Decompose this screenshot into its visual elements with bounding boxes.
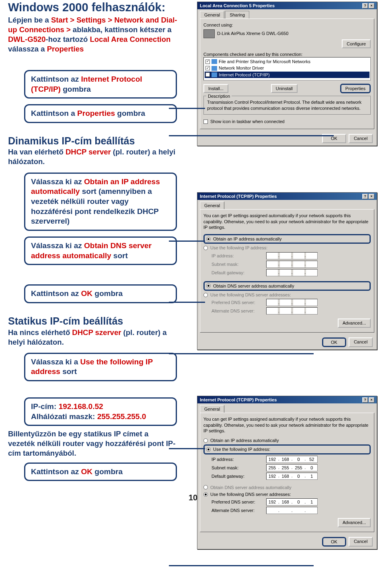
- description-legend: Description: [206, 93, 232, 99]
- install-button[interactable]: Install...: [203, 84, 228, 93]
- show-icon-checkbox[interactable]: [203, 119, 208, 124]
- c2-pre: Kattintson a: [31, 109, 77, 117]
- connector-line: [169, 565, 314, 566]
- ip-octet[interactable]: [293, 507, 304, 514]
- ip-octet[interactable]: [280, 465, 291, 471]
- ip-octet[interactable]: [280, 456, 291, 463]
- windows2000-heading: Windows 2000 felhasználók:: [8, 0, 185, 15]
- uninstall-button[interactable]: Uninstall: [271, 84, 298, 93]
- alt-dns-label: Alternate DNS server:: [211, 508, 264, 513]
- callout-ip-values: IP-cím: 192.168.0.52 Alhálózati maszk: 2…: [24, 397, 177, 426]
- dlg3-title: Internet Protocol (TCP/IP) Properties: [200, 397, 277, 403]
- help-icon[interactable]: ?: [362, 3, 368, 8]
- ip-octet[interactable]: [267, 473, 278, 479]
- ip-octet[interactable]: [306, 465, 317, 471]
- intro-post2: -hoz tartozó: [46, 35, 90, 43]
- ip-octet[interactable]: [267, 465, 278, 471]
- cancel-button[interactable]: Cancel: [349, 337, 373, 347]
- gateway-field[interactable]: . . .: [266, 473, 318, 480]
- subnet-field[interactable]: . . .: [266, 464, 318, 471]
- ip-octet[interactable]: [280, 507, 291, 514]
- ip-octet[interactable]: [293, 456, 304, 463]
- ip-octet[interactable]: [293, 473, 304, 479]
- c8-red: OK: [81, 467, 93, 476]
- c5-red: OK: [81, 289, 93, 298]
- close-icon[interactable]: ×: [369, 397, 374, 403]
- radio-auto-dns[interactable]: [206, 284, 211, 288]
- ip-octet[interactable]: [280, 473, 291, 479]
- close-icon[interactable]: ×: [369, 194, 374, 199]
- c7a: IP-cím:: [31, 402, 59, 411]
- advanced-button[interactable]: Advanced...: [338, 518, 371, 527]
- c3-pre: Válassza ki az: [31, 177, 84, 186]
- component-icon: [211, 66, 217, 71]
- pref-dns-label: Preferred DNS server:: [211, 499, 264, 505]
- ip-octet[interactable]: [293, 465, 304, 471]
- ip-octet[interactable]: [306, 456, 317, 463]
- dlg1-titlebar: Local Area Connection 5 Properties ? ×: [197, 2, 377, 9]
- tab-sharing[interactable]: Sharing: [225, 11, 249, 19]
- comp1: File and Printer Sharing for Microsoft N…: [219, 59, 310, 64]
- static-note: Billentyűzzön be egy statikus IP címet a…: [8, 429, 177, 458]
- ip-octet[interactable]: [306, 507, 317, 514]
- adapter-icon: [203, 29, 215, 38]
- radio-use-dns[interactable]: [203, 293, 208, 297]
- tab-general[interactable]: General: [200, 11, 224, 19]
- dlg-lac-properties: Local Area Connection 5 Properties ? × G…: [197, 2, 377, 146]
- ip-octet[interactable]: [267, 499, 278, 505]
- radio-auto-dns[interactable]: [203, 485, 208, 489]
- ip-octet[interactable]: [280, 499, 291, 505]
- help-icon[interactable]: ?: [362, 194, 368, 199]
- help-icon[interactable]: ?: [362, 397, 368, 403]
- dlg-tcpip-static: Internet Protocol (TCP/IP) Properties ? …: [197, 396, 377, 549]
- pref-dns-field[interactable]: . . .: [266, 498, 318, 506]
- cancel-button[interactable]: Cancel: [349, 537, 373, 547]
- cancel-button[interactable]: Cancel: [349, 134, 373, 143]
- checkbox-icon[interactable]: [205, 60, 210, 64]
- connector-line: [169, 108, 205, 109]
- c2-red: Properties: [77, 109, 115, 117]
- component-icon: [211, 72, 217, 77]
- radio-use-dns[interactable]: [203, 492, 208, 497]
- checkbox-icon[interactable]: [205, 66, 210, 70]
- ip-octet[interactable]: [306, 499, 317, 505]
- tab-general[interactable]: General: [200, 201, 224, 209]
- callout-properties: Kattintson a Properties gombra: [24, 104, 177, 123]
- opt-auto-ip: Obtain an IP address automatically: [213, 236, 281, 242]
- intro-post3: válassza a: [8, 45, 47, 53]
- checkbox-icon[interactable]: [205, 72, 210, 77]
- c7a-red: 192.168.0.52: [59, 402, 103, 411]
- comp3: Internet Protocol (TCP/IP): [219, 72, 270, 78]
- connector-line: [169, 241, 205, 242]
- ip-octet[interactable]: [267, 456, 278, 463]
- close-icon[interactable]: ×: [369, 3, 374, 8]
- advanced-button[interactable]: Advanced...: [338, 319, 371, 327]
- c1-post: gombra: [61, 85, 91, 93]
- intro-red4: Properties: [47, 45, 84, 53]
- callout-obtain-ip-auto: Válassza ki az Obtain an IP address auto…: [24, 173, 177, 231]
- opt-auto-dns: Obtain DNS server address automatically: [213, 283, 294, 289]
- ip-octet[interactable]: [293, 499, 304, 505]
- radio-use-ip[interactable]: [203, 246, 208, 250]
- c2-post: gombra: [115, 109, 145, 117]
- alt-dns-field[interactable]: . . .: [266, 507, 318, 514]
- components-label: Components checked are used by this conn…: [203, 51, 371, 57]
- configure-button[interactable]: Configure: [342, 39, 371, 48]
- components-list[interactable]: File and Printer Sharing for Microsoft N…: [203, 57, 371, 80]
- intro-red3: Local Area Connection: [90, 35, 171, 43]
- ip-octet[interactable]: [306, 473, 317, 479]
- opt-auto-ip: Obtain an IP address automatically: [210, 438, 279, 443]
- radio-use-ip[interactable]: [206, 447, 211, 452]
- ok-button[interactable]: OK: [322, 337, 346, 347]
- ok-button[interactable]: OK: [322, 537, 346, 547]
- radio-auto-ip[interactable]: [206, 237, 211, 241]
- callout-use-following-ip: Válassza ki a Use the following IP addre…: [24, 353, 177, 381]
- properties-button[interactable]: Properties: [340, 84, 371, 93]
- tab-general[interactable]: General: [200, 405, 224, 413]
- radio-auto-ip[interactable]: [203, 438, 208, 443]
- ip-octet[interactable]: [267, 507, 278, 514]
- ip-field[interactable]: . . .: [266, 456, 318, 463]
- subnet-label: Subnet mask:: [211, 465, 264, 471]
- adapter-name: D-Link AirPlus Xtreme G DWL-G650: [217, 31, 371, 36]
- s3-pre: Ha nincs elérhető: [8, 328, 72, 337]
